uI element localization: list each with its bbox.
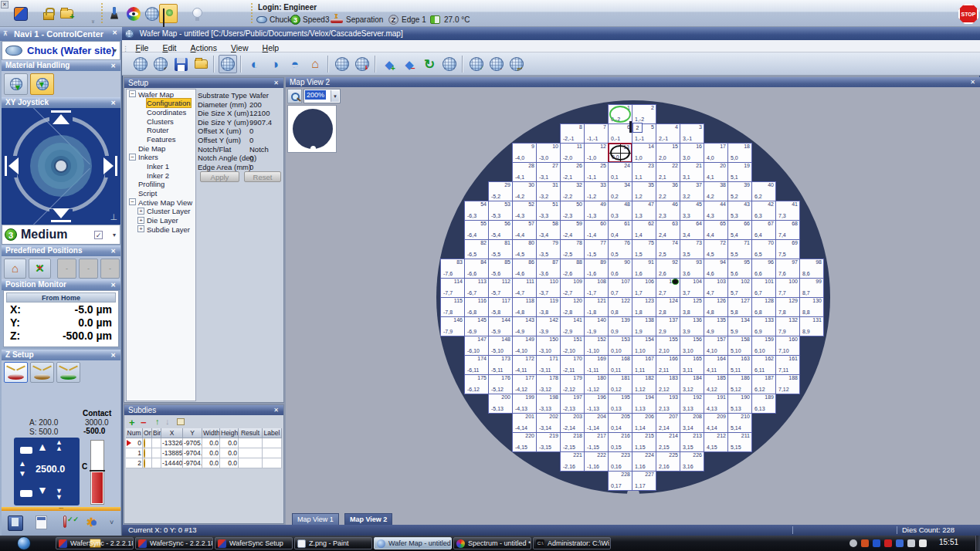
die-99[interactable]: 998,7 bbox=[799, 278, 824, 298]
tray-icon[interactable] bbox=[861, 539, 869, 547]
stop-button[interactable]: STOP bbox=[958, 4, 978, 24]
die-42[interactable]: 426,3 bbox=[751, 201, 776, 221]
die-136[interactable]: 1363,9 bbox=[680, 316, 704, 336]
collapse-icon[interactable]: − bbox=[129, 90, 136, 97]
die-121[interactable]: 121-1,8 bbox=[584, 297, 609, 317]
property-value[interactable]: Notch bbox=[249, 145, 269, 154]
die-120[interactable]: 120-2,8 bbox=[560, 297, 585, 317]
tab-map-view-2[interactable]: Map View 2 bbox=[344, 513, 392, 525]
die-122[interactable]: 1220,8 bbox=[608, 297, 632, 317]
die-174[interactable]: 174-6,11 bbox=[464, 355, 489, 375]
die-63[interactable]: 632,4 bbox=[656, 220, 680, 240]
app-launcher-icon[interactable] bbox=[12, 4, 30, 23]
device-panel-button[interactable] bbox=[6, 514, 25, 532]
z-step-up-icon[interactable]: ▲ bbox=[19, 459, 26, 468]
jog-up-icon[interactable] bbox=[53, 114, 70, 124]
property-value[interactable]: Wafer bbox=[249, 91, 269, 100]
die-7[interactable]: 7-1,-1 bbox=[584, 123, 609, 144]
subdie-row[interactable]: 2-14440-9704.0.00.0 bbox=[126, 458, 283, 468]
die-226[interactable]: 2263,16 bbox=[680, 451, 704, 472]
die-76[interactable]: 760,5 bbox=[608, 239, 632, 259]
property-value[interactable]: 200 bbox=[249, 100, 262, 109]
die-140[interactable]: 140-1,9 bbox=[584, 316, 609, 336]
die-215[interactable]: 2151,15 bbox=[632, 432, 656, 452]
open-map-button[interactable] bbox=[151, 55, 170, 73]
die-151[interactable]: 151-2,10 bbox=[560, 336, 585, 356]
die-67[interactable]: 676,4 bbox=[751, 220, 776, 240]
expand-icon[interactable]: + bbox=[137, 208, 144, 215]
settings-panel-button[interactable]: ✱ bbox=[85, 514, 103, 532]
die-126[interactable]: 1264,8 bbox=[704, 297, 728, 317]
column-header[interactable]: Num bbox=[126, 428, 143, 438]
die-156[interactable]: 1563,10 bbox=[680, 336, 704, 356]
die-107[interactable]: 1070,7 bbox=[608, 278, 632, 298]
tree-item-inker-1[interactable]: Inker 1 bbox=[127, 162, 195, 171]
die-28[interactable]: 28-4,1 bbox=[512, 162, 537, 182]
die-158[interactable]: 1585,10 bbox=[727, 336, 752, 356]
die-204[interactable]: 204-1,14 bbox=[584, 413, 609, 433]
die-216[interactable]: 2160,15 bbox=[608, 432, 632, 452]
die-115[interactable]: 115-7,8 bbox=[440, 297, 465, 317]
die-139[interactable]: 1390,9 bbox=[608, 316, 632, 336]
die-192[interactable]: 1923,13 bbox=[680, 394, 704, 414]
die-195[interactable]: 1950,13 bbox=[608, 394, 632, 414]
close-icon[interactable]: ✕ bbox=[109, 99, 117, 107]
die-82[interactable]: 82-6,5 bbox=[464, 239, 489, 259]
property-value[interactable]: 9907.4 bbox=[249, 118, 272, 127]
die-88[interactable]: 88-2,6 bbox=[560, 259, 585, 279]
die-89[interactable]: 89-1,6 bbox=[584, 259, 609, 279]
taskbar-button[interactable]: Spectrum - untitled * bbox=[453, 537, 531, 549]
die-162[interactable]: 1626,11 bbox=[751, 355, 776, 375]
load-wafer-button[interactable]: ▼ bbox=[4, 73, 28, 95]
die-85[interactable]: 85-5,6 bbox=[488, 259, 513, 279]
die-47[interactable]: 471,3 bbox=[632, 201, 656, 221]
die-41[interactable]: 417,3 bbox=[775, 201, 800, 221]
die-106[interactable]: 1061,7 bbox=[632, 278, 656, 298]
die-119[interactable]: 119-3,8 bbox=[536, 297, 561, 317]
zoom-tool-button[interactable] bbox=[287, 89, 302, 103]
tree-item-die-layer[interactable]: +Die Layer bbox=[127, 216, 195, 225]
tree-item-clusters[interactable]: Clusters bbox=[127, 117, 195, 126]
collapse-icon[interactable]: − bbox=[129, 198, 136, 205]
die-70[interactable]: 706,5 bbox=[751, 239, 776, 259]
site-selector[interactable]: Chuck (Wafer site) ▾ bbox=[2, 41, 120, 60]
die-163[interactable]: 1635,11 bbox=[727, 355, 752, 375]
die-96[interactable]: 966,6 bbox=[751, 259, 776, 279]
die-142[interactable]: 142-3,9 bbox=[536, 316, 561, 336]
die-46[interactable]: 462,3 bbox=[656, 201, 680, 221]
tray-icon[interactable] bbox=[919, 539, 927, 547]
column-header[interactable]: Bin bbox=[152, 428, 161, 438]
die-205[interactable]: 2050,14 bbox=[608, 413, 632, 433]
die-207[interactable]: 2072,14 bbox=[656, 413, 680, 433]
z-down-icon[interactable]: ▼ bbox=[37, 484, 48, 496]
die-39[interactable]: 395,2 bbox=[727, 181, 752, 201]
die-161[interactable]: 1617,11 bbox=[775, 355, 800, 375]
die-65[interactable]: 654,4 bbox=[704, 220, 728, 240]
die-125[interactable]: 1253,8 bbox=[680, 297, 704, 317]
die-227[interactable]: 2271,17 bbox=[632, 471, 656, 491]
die-134[interactable]: 1345,9 bbox=[727, 316, 752, 336]
die-176[interactable]: 176-5,12 bbox=[488, 374, 513, 394]
start-button[interactable] bbox=[17, 536, 31, 550]
die-171[interactable]: 171-3,11 bbox=[536, 355, 561, 375]
die-128[interactable]: 1286,8 bbox=[751, 297, 776, 317]
die-44[interactable]: 444,3 bbox=[704, 201, 728, 221]
die-133[interactable]: 1336,9 bbox=[751, 316, 776, 336]
taskbar-button[interactable]: Wafer Map - untitled... bbox=[374, 537, 452, 549]
taskbar-button[interactable]: WaferSync Setup bbox=[215, 537, 293, 549]
die-187[interactable]: 1876,12 bbox=[751, 374, 776, 394]
expand-icon[interactable]: + bbox=[137, 225, 144, 232]
die-72[interactable]: 724,5 bbox=[704, 239, 728, 259]
jog-right-icon[interactable] bbox=[103, 157, 114, 174]
property-value[interactable]: 0 bbox=[249, 127, 253, 135]
die-22[interactable]: 222,1 bbox=[656, 162, 680, 182]
die-146[interactable]: 146-7,9 bbox=[440, 316, 465, 336]
die-170[interactable]: 170-2,11 bbox=[560, 355, 585, 375]
die-10[interactable]: 10-3,0 bbox=[536, 143, 561, 163]
die-219[interactable]: 219-3,15 bbox=[536, 432, 561, 452]
die-200[interactable]: 200-5,13 bbox=[488, 394, 513, 414]
die-77[interactable]: 77-1,5 bbox=[584, 239, 609, 259]
die-40[interactable]: 406,2 bbox=[751, 181, 776, 201]
die-86[interactable]: 86-4,6 bbox=[512, 259, 537, 279]
die-74[interactable]: 742,5 bbox=[656, 239, 680, 259]
